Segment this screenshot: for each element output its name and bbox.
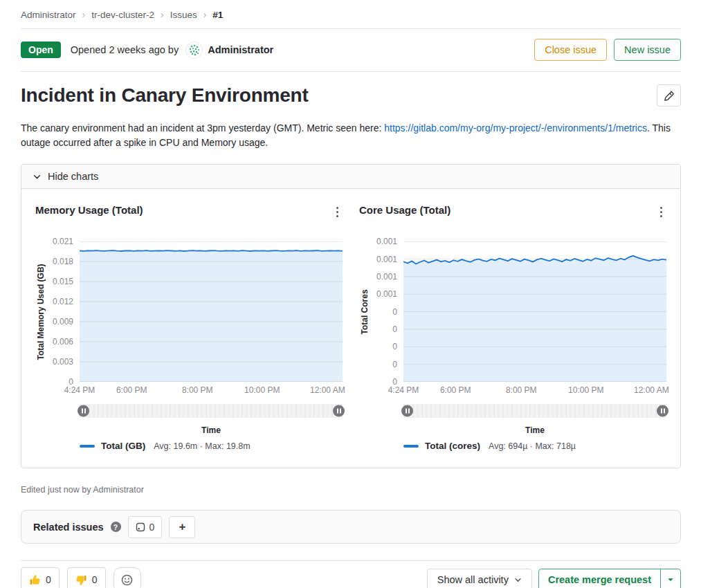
avatar-identicon xyxy=(186,42,203,59)
y-axis-ticks: 0.0210.0180.0150.0120.0090.0060.0030 xyxy=(46,241,80,382)
y-tick-label: 0 xyxy=(392,307,397,317)
status-badge: Open xyxy=(21,42,61,58)
chevron-right-icon: › xyxy=(82,9,86,20)
legend-swatch xyxy=(403,445,419,448)
x-axis-ticks: 4:24 PM6:00 PM8:00 PM10:00 PM12:00 AM xyxy=(80,382,343,395)
x-tick-label: 8:00 PM xyxy=(506,385,537,395)
thumbs-down-button[interactable]: 0 xyxy=(67,567,106,588)
add-reaction-button[interactable] xyxy=(113,567,141,588)
breadcrumb-item-project[interactable]: tr-dev-cluster-2 xyxy=(91,10,154,20)
x-tick-label: 4:24 PM xyxy=(64,385,95,395)
chart-zoom-scrubber[interactable] xyxy=(80,404,343,418)
author-name[interactable]: Administrator xyxy=(208,44,273,55)
y-tick-label: 0.018 xyxy=(53,257,73,266)
thumbs-up-button[interactable]: 0 xyxy=(21,567,60,588)
issue-description: The canary environment had an incident a… xyxy=(21,107,681,150)
x-tick-label: 12:00 AM xyxy=(310,385,345,395)
x-axis-title: Time xyxy=(80,425,343,435)
y-tick-label: 0.001 xyxy=(376,237,397,246)
y-tick-label: 0.015 xyxy=(53,277,73,286)
breadcrumb-item-issues[interactable]: Issues xyxy=(170,10,197,20)
legend-series-stats: Avg: 694µ · Max: 718µ xyxy=(489,441,576,451)
y-axis-label: Total Memory Used (GB) xyxy=(36,264,46,360)
core-usage-chart: Core Usage (Total) Total Cores 0.0010.00… xyxy=(359,204,666,451)
chart-plot xyxy=(403,241,666,382)
x-tick-label: 10:00 PM xyxy=(568,385,603,395)
breadcrumb-current-issue: #1 xyxy=(212,10,223,20)
memory-usage-chart: Memory Usage (Total) Total Memory Used (… xyxy=(35,204,343,451)
y-tick-label: 0.001 xyxy=(376,255,397,264)
chart-legend[interactable]: Total (cores) Avg: 694µ · Max: 718µ xyxy=(403,441,666,451)
y-tick-label: 0.006 xyxy=(53,337,73,347)
scrubber-handle-right[interactable] xyxy=(333,405,345,417)
scrubber-handle-right[interactable] xyxy=(657,405,668,417)
avatar[interactable] xyxy=(185,42,203,59)
scrubber-handle-left[interactable] xyxy=(78,405,89,417)
edited-note: Edited just now by Administrator xyxy=(21,485,681,495)
chart-menu-button[interactable] xyxy=(332,204,343,220)
y-tick-label: 0.021 xyxy=(53,237,73,246)
y-tick-label: 0.012 xyxy=(53,297,73,306)
x-axis-ticks: 4:24 PM6:00 PM8:00 PM10:00 PM12:00 AM xyxy=(403,382,666,395)
opened-text: Opened 2 weeks ago by xyxy=(71,44,179,55)
legend-swatch xyxy=(80,445,95,448)
create-merge-request-caret-button[interactable] xyxy=(660,569,680,588)
breadcrumb: Administrator › tr-dev-cluster-2 › Issue… xyxy=(21,0,681,28)
y-tick-label: 0.003 xyxy=(53,357,73,367)
related-issues-card: Related issues ? 0 + xyxy=(21,510,681,544)
page-title: Incident in Canary Environment xyxy=(21,84,657,107)
help-icon[interactable]: ? xyxy=(111,522,121,532)
close-issue-button[interactable]: Close issue xyxy=(534,39,607,61)
metrics-link[interactable]: https://gitlab.com/my-org/my-project/-/e… xyxy=(384,122,647,134)
x-tick-label: 4:24 PM xyxy=(388,385,419,395)
thumbs-down-count: 0 xyxy=(92,574,98,585)
footer-actions: 0 0 Show all activity Create mer xyxy=(21,561,681,588)
y-tick-label: 0 xyxy=(392,342,397,351)
pencil-icon xyxy=(664,91,674,101)
y-axis-ticks: 0.0010.0010.0010.00100000 xyxy=(370,241,403,382)
related-issues-count-badge: 0 xyxy=(128,516,163,538)
y-tick-label: 0.001 xyxy=(376,289,397,299)
y-tick-label: 0 xyxy=(392,324,397,334)
hide-charts-label: Hide charts xyxy=(48,171,98,182)
chart-plot xyxy=(80,241,343,382)
metrics-charts-panel: Hide charts Memory Usage (Total) Total M… xyxy=(21,164,681,468)
activity-filter-dropdown[interactable]: Show all activity xyxy=(427,569,532,588)
chevron-right-icon: › xyxy=(203,9,207,20)
x-tick-label: 8:00 PM xyxy=(182,385,213,395)
activity-filter-label: Show all activity xyxy=(437,574,509,585)
chart-title: Core Usage (Total) xyxy=(359,204,656,216)
description-text: The canary environment had an incident a… xyxy=(21,122,384,134)
y-axis-label: Total Cores xyxy=(360,289,370,334)
chart-menu-button[interactable] xyxy=(656,204,666,220)
title-row: Incident in Canary Environment xyxy=(21,72,681,107)
x-tick-label: 6:00 PM xyxy=(440,385,471,395)
charts-row: Memory Usage (Total) Total Memory Used (… xyxy=(21,189,680,468)
issue-status-bar: Open Opened 2 weeks ago by Administrator… xyxy=(21,29,681,71)
y-tick-label: 0.001 xyxy=(376,272,397,282)
x-axis-title: Time xyxy=(403,425,666,435)
related-issues-title: Related issues xyxy=(33,522,104,533)
scrubber-handle-left[interactable] xyxy=(401,405,413,417)
create-merge-request-button[interactable]: Create merge request xyxy=(539,569,660,588)
add-related-issue-button[interactable]: + xyxy=(169,516,195,538)
breadcrumb-item-group[interactable]: Administrator xyxy=(21,10,76,20)
issues-icon xyxy=(136,522,145,532)
thumbs-up-icon xyxy=(29,574,41,586)
y-tick-label: 0 xyxy=(392,360,397,369)
legend-series-name: Total (cores) xyxy=(425,441,480,451)
y-tick-label: 0.009 xyxy=(53,317,73,327)
related-issues-count: 0 xyxy=(149,522,155,533)
legend-series-stats: Avg: 19.6m · Max: 19.8m xyxy=(154,441,250,451)
x-tick-label: 10:00 PM xyxy=(244,385,280,395)
chart-zoom-scrubber[interactable] xyxy=(403,404,666,418)
x-tick-label: 6:00 PM xyxy=(116,385,147,395)
edit-title-button[interactable] xyxy=(657,84,681,107)
issue-page: Administrator › tr-dev-cluster-2 › Issue… xyxy=(0,0,701,588)
new-issue-button[interactable]: New issue xyxy=(614,39,681,61)
chart-legend[interactable]: Total (GB) Avg: 19.6m · Max: 19.8m xyxy=(80,441,343,451)
caret-down-icon xyxy=(667,576,674,583)
legend-series-name: Total (GB) xyxy=(101,441,145,451)
chevron-down-icon xyxy=(33,172,42,181)
hide-charts-toggle[interactable]: Hide charts xyxy=(21,165,680,189)
